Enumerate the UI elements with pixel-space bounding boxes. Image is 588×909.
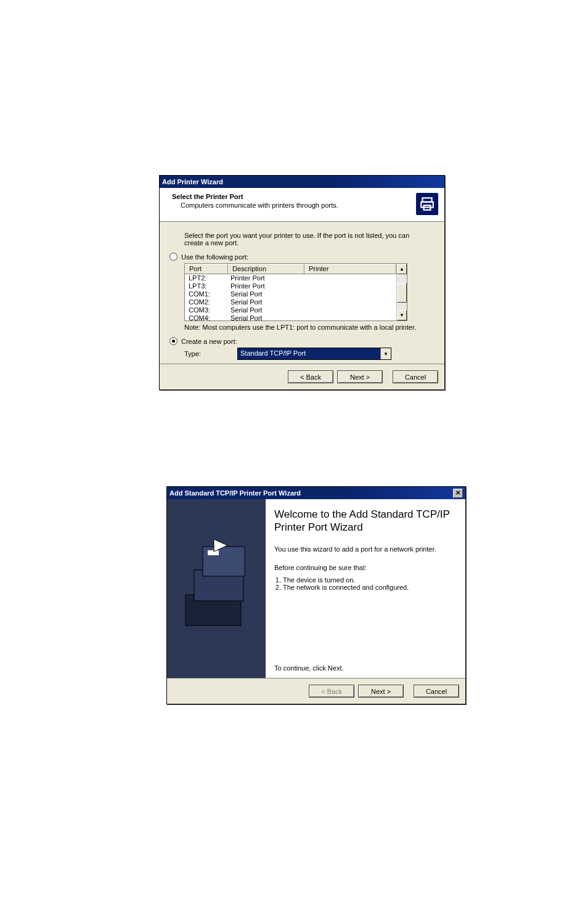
chevron-down-icon[interactable]: ▼: [380, 348, 391, 359]
header-port[interactable]: Port: [185, 264, 228, 274]
tcpip-port-wizard-dialog: Add Standard TCP/IP Printer Port Wizard …: [166, 486, 466, 704]
add-printer-wizard-dialog: Add Printer Wizard Select the Printer Po…: [159, 175, 445, 390]
titlebar[interactable]: Add Standard TCP/IP Printer Port Wizard …: [167, 487, 465, 499]
button-bar: < Back Next > Cancel: [160, 364, 444, 389]
scroll-up-icon[interactable]: ▲: [397, 264, 407, 274]
radio-create-new-port[interactable]: Create a new port:: [169, 337, 426, 345]
wizard-header: Select the Printer Port Computers commun…: [160, 188, 444, 222]
wizard-before: Before continuing be sure that:: [274, 564, 457, 571]
window-title: Add Printer Wizard: [162, 178, 223, 185]
wizard-side-image: [167, 499, 266, 678]
port-table[interactable]: Port Description Printer LPT2:Printer Po…: [184, 263, 407, 321]
scroll-down-icon[interactable]: ▼: [397, 310, 407, 320]
scrollbar[interactable]: ▲ ▼: [396, 264, 407, 320]
back-button: < Back: [309, 685, 354, 698]
port-type-dropdown[interactable]: Standard TCP/IP Port ▼: [237, 348, 391, 360]
table-row[interactable]: COM1:Serial Port: [185, 290, 396, 298]
next-button[interactable]: Next >: [337, 370, 383, 383]
wizard-checklist: The device is turned on. The network is …: [274, 576, 457, 591]
header-printer[interactable]: Printer: [304, 264, 396, 274]
header-title: Select the Printer Port: [172, 193, 416, 200]
close-icon[interactable]: ✕: [453, 489, 463, 498]
radio-use-following-port[interactable]: Use the following port:: [169, 253, 426, 261]
wizard-continue: To continue, click Next.: [274, 664, 457, 672]
table-row[interactable]: COM2:Serial Port: [185, 298, 396, 306]
wizard-heading: Welcome to the Add Standard TCP/IP Print…: [274, 508, 457, 534]
list-item: The network is connected and configured.: [283, 584, 457, 591]
list-item: The device is turned on.: [283, 576, 457, 584]
radio-icon: [169, 337, 178, 345]
radio-label: Use the following port:: [181, 253, 248, 261]
table-row[interactable]: COM3:Serial Port: [185, 306, 396, 314]
note-text: Note: Most computers use the LPT1: port …: [184, 324, 426, 331]
header-description[interactable]: Description: [228, 264, 304, 274]
cancel-button[interactable]: Cancel: [414, 685, 459, 698]
radio-label: Create a new port:: [181, 338, 237, 345]
instruction-text: Select the port you want your printer to…: [184, 232, 420, 247]
scroll-track[interactable]: [397, 274, 407, 310]
wizard-intro: You use this wizard to add a port for a …: [274, 545, 457, 553]
content-area: Select the port you want your printer to…: [160, 222, 444, 364]
header-subtitle: Computers communicate with printers thro…: [181, 202, 416, 209]
window-title: Add Standard TCP/IP Printer Port Wizard: [169, 489, 301, 497]
type-label: Type:: [184, 350, 237, 357]
next-button[interactable]: Next >: [358, 685, 404, 698]
titlebar[interactable]: Add Printer Wizard: [160, 176, 444, 188]
svg-rect-6: [208, 550, 219, 555]
dropdown-value: Standard TCP/IP Port: [238, 348, 380, 359]
back-button[interactable]: < Back: [288, 370, 333, 383]
wizard-main: Welcome to the Add Standard TCP/IP Print…: [266, 499, 465, 678]
printer-icon: [416, 193, 438, 215]
table-header-row: Port Description Printer: [185, 264, 396, 274]
wizard-body: Welcome to the Add Standard TCP/IP Print…: [167, 499, 465, 678]
radio-icon: [169, 253, 178, 261]
button-bar: < Back Next > Cancel: [167, 678, 465, 704]
table-row[interactable]: LPT2:Printer Port: [185, 274, 396, 282]
table-row[interactable]: LPT3:Printer Port: [185, 282, 396, 290]
svg-rect-1: [421, 202, 433, 208]
scroll-thumb[interactable]: [397, 283, 407, 303]
table-row[interactable]: COM4:Serial Port: [185, 314, 396, 320]
cancel-button[interactable]: Cancel: [393, 370, 438, 383]
